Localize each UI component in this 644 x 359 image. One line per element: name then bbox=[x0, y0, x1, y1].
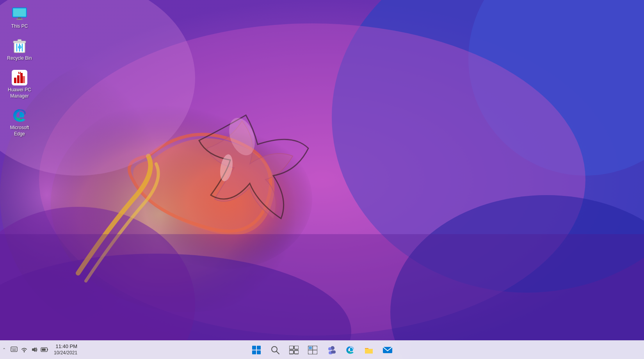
clock-date: 10/24/2021 bbox=[54, 350, 77, 356]
explorer-icon bbox=[364, 346, 374, 354]
taskbar: ⌃ bbox=[0, 340, 644, 359]
wifi-button[interactable] bbox=[20, 346, 28, 354]
search-button[interactable] bbox=[267, 341, 284, 359]
widgets-button[interactable] bbox=[304, 341, 321, 359]
huawei-svg: M bbox=[12, 70, 27, 85]
svg-rect-33 bbox=[257, 346, 261, 350]
recycle-bin-icon[interactable]: ♻ Recycle Bin bbox=[2, 36, 37, 64]
svg-rect-18 bbox=[16, 19, 23, 20]
file-explorer-button[interactable] bbox=[360, 341, 377, 359]
desktop-icons: This PC ♻ Recyc bbox=[0, 0, 39, 359]
edge-icon-image bbox=[12, 108, 27, 123]
svg-rect-34 bbox=[252, 350, 256, 354]
svg-rect-28 bbox=[17, 75, 20, 83]
huawei-label: Huawei PC Manager bbox=[4, 87, 35, 99]
widgets-icon bbox=[308, 346, 317, 354]
mail-button[interactable] bbox=[379, 341, 396, 359]
recycle-bin-icon-image: ♻ bbox=[12, 38, 27, 54]
svg-rect-32 bbox=[252, 346, 256, 350]
sound-icon bbox=[31, 347, 38, 353]
task-view-button[interactable] bbox=[285, 341, 302, 359]
svg-rect-40 bbox=[289, 350, 294, 354]
recycle-bin-label: Recycle Bin bbox=[7, 55, 32, 62]
svg-rect-39 bbox=[294, 346, 299, 349]
clock-time: 11:40 PM bbox=[54, 343, 77, 350]
svg-point-2 bbox=[332, 0, 644, 293]
svg-rect-61 bbox=[47, 349, 48, 350]
edge-label: Microsoft Edge bbox=[4, 125, 35, 137]
svg-point-3 bbox=[468, 0, 644, 176]
this-pc-label: This PC bbox=[11, 23, 28, 30]
svg-rect-38 bbox=[289, 346, 294, 349]
wifi-icon bbox=[21, 347, 28, 353]
taskbar-center bbox=[248, 341, 396, 359]
taskbar-right: ⌃ bbox=[0, 343, 80, 356]
volume-button[interactable] bbox=[30, 346, 38, 354]
svg-rect-1 bbox=[0, 0, 644, 359]
recycle-bin-svg: ♻ bbox=[12, 38, 27, 54]
battery-button[interactable] bbox=[41, 346, 48, 354]
show-hidden-icons-button[interactable]: ⌃ bbox=[0, 346, 8, 354]
start-button[interactable] bbox=[248, 341, 265, 359]
huawei-pc-manager-icon[interactable]: M Huawei PC Manager bbox=[2, 68, 37, 101]
microsoft-edge-icon[interactable]: Microsoft Edge bbox=[2, 105, 37, 139]
svg-rect-35 bbox=[257, 350, 261, 354]
taskview-icon bbox=[289, 346, 299, 354]
svg-rect-52 bbox=[11, 347, 17, 352]
edge-taskbar-button[interactable] bbox=[342, 341, 359, 359]
svg-rect-27 bbox=[14, 78, 16, 83]
this-pc-icon-image bbox=[12, 6, 27, 22]
svg-rect-41 bbox=[294, 350, 299, 354]
svg-point-47 bbox=[328, 347, 331, 350]
svg-point-5 bbox=[51, 94, 324, 312]
svg-rect-16 bbox=[13, 9, 26, 16]
this-pc-icon[interactable]: This PC bbox=[2, 4, 37, 32]
desktop: This PC ♻ Recyc bbox=[0, 0, 644, 359]
svg-point-12 bbox=[390, 195, 644, 359]
svg-text:♻: ♻ bbox=[18, 44, 22, 50]
input-indicator-button[interactable] bbox=[10, 346, 18, 354]
teams-icon bbox=[326, 346, 336, 354]
svg-text:M: M bbox=[18, 71, 21, 75]
svg-point-10 bbox=[224, 114, 260, 159]
svg-rect-17 bbox=[18, 17, 21, 19]
battery-icon bbox=[41, 347, 48, 352]
search-icon bbox=[271, 346, 279, 354]
huawei-icon-image: M bbox=[12, 70, 27, 85]
svg-point-4 bbox=[39, 23, 585, 336]
svg-line-37 bbox=[276, 351, 279, 354]
teams-button[interactable] bbox=[323, 341, 340, 359]
edge-svg bbox=[12, 108, 27, 123]
svg-rect-0 bbox=[0, 0, 644, 359]
svg-rect-49 bbox=[331, 350, 336, 354]
clock[interactable]: 11:40 PM 10/24/2021 bbox=[51, 343, 80, 356]
mail-icon bbox=[382, 346, 393, 354]
svg-rect-50 bbox=[365, 349, 373, 354]
svg-rect-30 bbox=[23, 76, 25, 83]
this-pc-svg bbox=[12, 7, 27, 21]
wallpaper bbox=[0, 0, 644, 359]
svg-rect-24 bbox=[18, 39, 21, 41]
start-icon bbox=[252, 346, 261, 354]
svg-rect-45 bbox=[309, 347, 312, 349]
svg-marker-58 bbox=[32, 347, 35, 352]
svg-rect-60 bbox=[42, 348, 46, 351]
svg-point-6 bbox=[141, 129, 312, 269]
keyboard-icon bbox=[11, 347, 18, 353]
svg-point-11 bbox=[218, 153, 235, 182]
edge-taskbar-icon bbox=[345, 345, 355, 355]
